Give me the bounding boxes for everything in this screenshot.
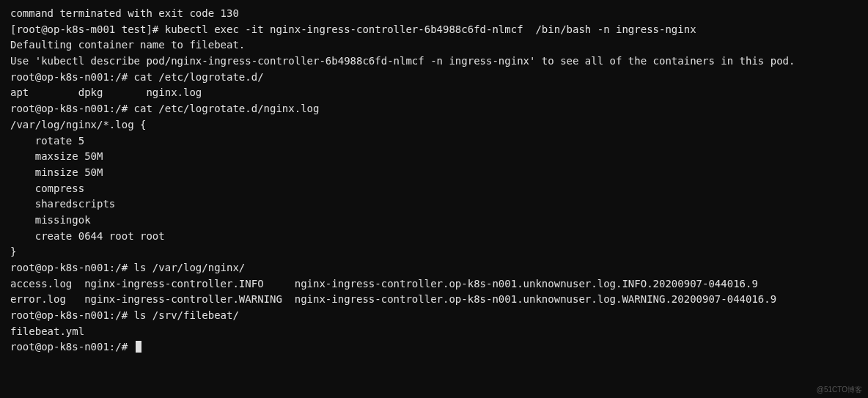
output-text: Defaulting container name to filebeat. (10, 39, 245, 51)
output-text: maxsize 50M (10, 150, 103, 162)
terminal-output-line: Defaulting container name to filebeat. (10, 37, 858, 54)
shell-prompt: root@op-k8s-n001:/# (10, 341, 134, 353)
shell-prompt: root@op-k8s-n001:/# (10, 103, 134, 114)
output-text: Use 'kubectl describe pod/nginx-ingress-… (10, 55, 795, 67)
terminal-command-line[interactable]: root@op-k8s-n001:/# cat /etc/logrotate.d… (10, 101, 858, 117)
output-text: access.log nginx-ingress-controller.INFO… (10, 278, 758, 290)
terminal-output-line: maxsize 50M (10, 149, 858, 165)
command-text: ls /srv/filebeat/ (134, 309, 239, 321)
output-text: command terminated with exit code 130 (10, 7, 239, 19)
terminal-command-line[interactable]: root@op-k8s-n001:/# (10, 339, 858, 355)
output-text: create 0644 root root (10, 230, 165, 242)
output-text: compress (10, 183, 84, 194)
watermark-text: @51CTO博客 (817, 384, 862, 396)
cursor-icon (136, 341, 141, 353)
terminal-output-line: Use 'kubectl describe pod/nginx-ingress-… (10, 54, 858, 70)
command-text: cat /etc/logrotate.d/ (134, 71, 264, 83)
output-text: /var/log/nginx/*.log { (10, 119, 146, 130)
terminal-output-line: sharedscripts (10, 196, 858, 213)
output-text: } (10, 246, 16, 257)
terminal-output-line: compress (10, 181, 858, 197)
output-text: apt dpkg nginx.log (10, 86, 202, 98)
terminal-output-line: minsize 50M (10, 165, 858, 181)
terminal-output-line: apt dpkg nginx.log (10, 85, 858, 101)
terminal-output-line: command terminated with exit code 130 (10, 6, 858, 22)
terminal-output-line: rotate 5 (10, 133, 858, 150)
command-text: cat /etc/logrotate.d/nginx.log (134, 103, 320, 114)
output-text: rotate 5 (10, 135, 84, 147)
output-text: missingok (10, 214, 91, 226)
terminal-command-line[interactable]: root@op-k8s-n001:/# cat /etc/logrotate.d… (10, 70, 858, 86)
command-text: kubectl exec -it nginx-ingress-controlle… (165, 23, 696, 35)
terminal-output-line: filebeat.yml (10, 324, 858, 340)
terminal-output-line: /var/log/nginx/*.log { (10, 117, 858, 133)
output-text: filebeat.yml (10, 325, 84, 337)
output-text: error.log nginx-ingress-controller.WARNI… (10, 293, 776, 305)
terminal-command-line[interactable]: [root@op-k8s-m001 test]# kubectl exec -i… (10, 22, 858, 38)
shell-prompt: root@op-k8s-n001:/# (10, 262, 134, 273)
shell-prompt: [root@op-k8s-m001 test]# (10, 23, 165, 35)
terminal-output-line: } (10, 244, 858, 260)
terminal-command-line[interactable]: root@op-k8s-n001:/# ls /var/log/nginx/ (10, 260, 858, 276)
command-text: ls /var/log/nginx/ (134, 262, 246, 273)
terminal-output-line: access.log nginx-ingress-controller.INFO… (10, 276, 858, 292)
shell-prompt: root@op-k8s-n001:/# (10, 71, 134, 83)
terminal-command-line[interactable]: root@op-k8s-n001:/# ls /srv/filebeat/ (10, 308, 858, 324)
output-text: minsize 50M (10, 166, 103, 178)
terminal-output-line: create 0644 root root (10, 229, 858, 245)
output-text: sharedscripts (10, 198, 115, 210)
shell-prompt: root@op-k8s-n001:/# (10, 309, 134, 321)
terminal-output-line: error.log nginx-ingress-controller.WARNI… (10, 292, 858, 308)
terminal-output-line: missingok (10, 213, 858, 229)
